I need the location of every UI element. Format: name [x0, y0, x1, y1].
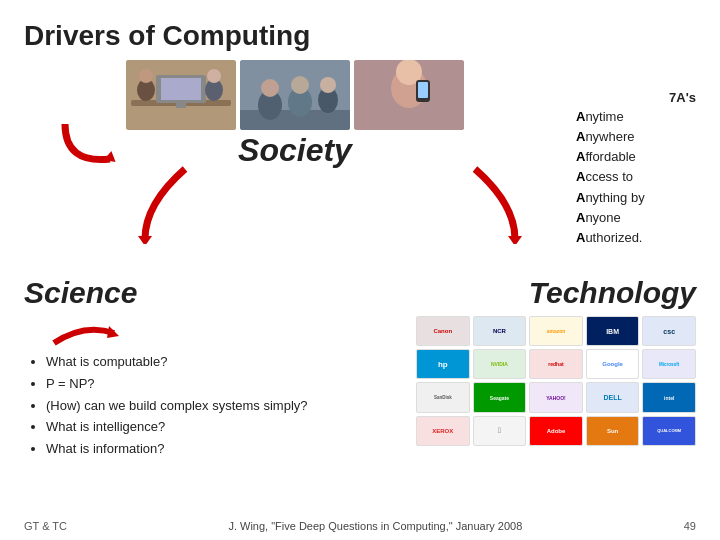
technology-title: Technology: [529, 276, 696, 310]
svg-point-12: [261, 79, 279, 97]
logo-microsoft: Microsoft: [642, 349, 696, 379]
footer-label: GT & TC: [24, 520, 67, 532]
svg-rect-4: [176, 103, 186, 108]
bullet-information: What is information?: [46, 439, 324, 460]
logo-ncr: NCR: [473, 316, 527, 346]
photo-1: [126, 60, 236, 130]
slide: Drivers of Computing: [0, 0, 720, 540]
page-number: 49: [684, 520, 696, 532]
logo-hp: hp: [416, 349, 470, 379]
svg-rect-21: [418, 82, 428, 98]
logo-yahoo: YAHOO!: [529, 382, 583, 412]
bullet-computable: What is computable?: [46, 352, 324, 373]
society-label: Society: [238, 132, 352, 168]
logo-sandisk: SanDisk: [416, 382, 470, 412]
logo-nvidia: NVIDIA: [473, 349, 527, 379]
arrow-science-to-society: [44, 318, 124, 348]
svg-marker-23: [138, 236, 152, 244]
arrow-to-technology: [425, 164, 525, 244]
svg-point-14: [291, 76, 309, 94]
logo-xerox: XEROX: [416, 416, 470, 446]
top-section: Society 7A's Anytime Anywhere: [24, 60, 696, 248]
svg-marker-24: [508, 236, 522, 244]
logo-redhat: redhat: [529, 349, 583, 379]
logo-adobe: Adobe: [529, 416, 583, 446]
bullet-complex: (How) can we build complex systems simpl…: [46, 396, 324, 417]
seven-as-item-anyone: Anyone: [576, 208, 696, 228]
science-title: Science: [24, 276, 324, 310]
svg-marker-25: [107, 326, 119, 338]
logo-google: Google: [586, 349, 640, 379]
technology-column: Technology Canon NCR amazon IBM csc hp N…: [324, 276, 696, 461]
svg-point-16: [320, 77, 336, 93]
photos-row: [126, 60, 464, 130]
seven-as-item-authorized: Authorized.: [576, 228, 696, 248]
bullet-intelligence: What is intelligence?: [46, 417, 324, 438]
logo-amazon: amazon: [529, 316, 583, 346]
svg-rect-3: [161, 78, 201, 100]
arrow-to-science: [135, 164, 235, 244]
science-column: Science What is computable? P = NP? (How…: [24, 276, 324, 461]
center-block: Society: [24, 60, 566, 169]
seven-as-panel: 7A's Anytime Anywhere Affordable Access …: [566, 60, 696, 248]
photo-2: [240, 60, 350, 130]
seven-as-item-anything: Anything by: [576, 188, 696, 208]
science-bullets: What is computable? P = NP? (How) can we…: [24, 352, 324, 460]
logo-grid: Canon NCR amazon IBM csc hp NVIDIA redha…: [416, 316, 696, 446]
bottom-section: Science What is computable? P = NP? (How…: [24, 276, 696, 461]
logo-csc: csc: [642, 316, 696, 346]
seven-as-item-anywhere: Anywhere: [576, 127, 696, 147]
seven-as-item-access: Access to: [576, 167, 696, 187]
logo-seagate: Seagate: [473, 382, 527, 412]
bullet-pnp: P = NP?: [46, 374, 324, 395]
seven-as-item-affordable: Affordable: [576, 147, 696, 167]
svg-point-6: [139, 69, 153, 83]
logo-intel: intel: [642, 382, 696, 412]
seven-as-list: Anytime Anywhere Affordable Access to An…: [576, 107, 696, 248]
logo-qualcomm: QUALCOMM: [642, 416, 696, 446]
slide-title: Drivers of Computing: [24, 20, 696, 52]
logo-sun: Sun: [586, 416, 640, 446]
logo-ibm: IBM: [586, 316, 640, 346]
photo-3: [354, 60, 464, 130]
footer-citation: J. Wing, "Five Deep Questions in Computi…: [67, 520, 684, 532]
arrow-left-to-society: [60, 119, 120, 174]
svg-point-8: [207, 69, 221, 83]
logo-dell: DELL: [586, 382, 640, 412]
seven-as-item-anytime: Anytime: [576, 107, 696, 127]
footer: GT & TC J. Wing, "Five Deep Questions in…: [24, 520, 696, 532]
logo-apple: : [473, 416, 527, 446]
logo-canon: Canon: [416, 316, 470, 346]
seven-as-heading: 7A's: [576, 90, 696, 105]
